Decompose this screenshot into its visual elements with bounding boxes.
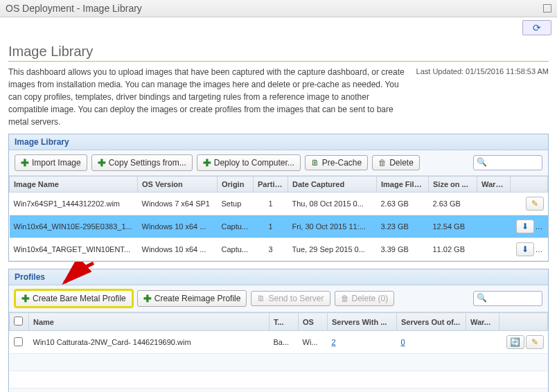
table-row: [10, 354, 548, 371]
col-profile-name[interactable]: Name: [29, 313, 269, 331]
page-title: Image Library: [8, 44, 549, 60]
col-image-name[interactable]: Image Name: [10, 177, 138, 193]
trash-icon: 🗑: [341, 294, 349, 303]
table-row: [10, 371, 548, 389]
col-servers-with[interactable]: Servers With ...: [328, 313, 397, 331]
pencil-icon: ✎: [531, 199, 538, 208]
refresh-button[interactable]: ⟳: [522, 20, 551, 35]
image-search: 🔍: [473, 155, 542, 170]
last-updated: Last Updated: 01/15/2016 11:58:53 AM: [416, 66, 549, 128]
table-row[interactable]: Win10x64_WIN10E-295E0383_1... Windows 10…: [10, 215, 548, 238]
col-size-on[interactable]: Size on ...: [429, 177, 477, 193]
col-checkbox[interactable]: [10, 313, 29, 331]
import-image-button[interactable]: ✚Import Image: [15, 154, 87, 171]
profiles-table-header: Name T... OS Servers With ... Servers Ou…: [10, 313, 548, 331]
profiles-header: Profiles: [9, 269, 548, 285]
table-row: [10, 389, 548, 393]
profile-search: 🔍: [473, 291, 542, 306]
servers-out-link[interactable]: 0: [401, 338, 405, 346]
download-icon: ⬇: [522, 244, 529, 254]
table-row[interactable]: Win7x64SP1_1444312202.wim Windows 7 x64 …: [10, 193, 548, 215]
row-checkbox[interactable]: [14, 337, 23, 346]
copy-settings-button[interactable]: ✚Copy Settings from...: [91, 154, 193, 171]
col-profile-os[interactable]: OS: [299, 313, 328, 331]
send-to-server-button: 🗎Send to Server: [251, 291, 330, 306]
document-icon: 🗎: [311, 158, 319, 168]
col-warnings[interactable]: Warni...: [477, 177, 511, 193]
edit-row-button[interactable]: ✎: [526, 197, 544, 211]
deploy-button[interactable]: ✚Deploy to Computer...: [197, 154, 301, 171]
col-os-version[interactable]: OS Version: [138, 177, 218, 193]
search-icon: 🔍: [477, 293, 487, 303]
cycle-icon: 🔄: [510, 337, 520, 347]
download-icon: ⬇: [522, 222, 529, 231]
plus-icon: ✚: [21, 157, 29, 168]
titlebar: OS Deployment - Image Library: [0, 0, 557, 17]
description-text: This dashboard allows you to upload imag…: [8, 66, 408, 128]
image-library-header: Image Library: [9, 134, 548, 150]
col-image-file[interactable]: Image File...: [377, 177, 429, 193]
delete-image-button[interactable]: 🗑Delete: [372, 155, 420, 170]
precache-button[interactable]: 🗎Pre-Cache: [305, 155, 368, 170]
servers-with-link[interactable]: 2: [332, 338, 336, 346]
profiles-panel: Profiles ✚Create Bare Metal Profile ✚Cre…: [8, 269, 549, 392]
profiles-toolbar: ✚Create Bare Metal Profile ✚Create Reima…: [9, 285, 548, 312]
document-icon: 🗎: [257, 294, 265, 303]
create-reimage-button[interactable]: ✚Create Reimage Profile: [137, 290, 247, 307]
download-row-button[interactable]: ⬇: [516, 242, 534, 256]
col-profile-war[interactable]: War...: [466, 313, 499, 331]
col-profile-t[interactable]: T...: [269, 313, 299, 331]
image-library-panel: Image Library ✚Import Image ✚Copy Settin…: [8, 134, 549, 262]
col-servers-out[interactable]: Servers Out of...: [397, 313, 466, 331]
create-bare-metal-button[interactable]: ✚Create Bare Metal Profile: [15, 289, 133, 308]
table-row[interactable]: Win10 Catturata-2NW_Card- 1446219690.wim…: [10, 331, 548, 354]
divider: [8, 61, 549, 62]
window-title: OS Deployment - Image Library: [6, 3, 142, 14]
download-row-button[interactable]: ⬇: [516, 220, 534, 233]
select-all-checkbox[interactable]: [14, 317, 23, 326]
delete-profile-button: 🗑Delete (0): [335, 291, 395, 306]
image-table-header: Image Name OS Version Origin Partit... D…: [10, 177, 548, 193]
col-origin[interactable]: Origin: [218, 177, 254, 193]
popout-icon[interactable]: [543, 4, 551, 12]
edit-row-button[interactable]: ✎: [526, 335, 544, 349]
plus-icon: ✚: [143, 293, 152, 304]
image-library-toolbar: ✚Import Image ✚Copy Settings from... ✚De…: [9, 150, 548, 176]
search-icon: 🔍: [477, 157, 487, 167]
col-date-captured[interactable]: Date Captured: [288, 177, 377, 193]
plus-icon: ✚: [98, 157, 106, 168]
plus-icon: ✚: [203, 157, 211, 168]
pencil-icon: ✎: [531, 337, 538, 347]
cycle-row-button[interactable]: 🔄: [506, 335, 524, 349]
profiles-table: Name T... OS Servers With ... Servers Ou…: [9, 312, 548, 392]
image-table: Image Name OS Version Origin Partit... D…: [9, 176, 548, 261]
col-partition[interactable]: Partit...: [254, 177, 288, 193]
trash-icon: 🗑: [378, 158, 387, 168]
table-row[interactable]: Win10x64_TARGET_WIN10ENT... Windows 10 x…: [10, 238, 548, 261]
plus-icon: ✚: [21, 293, 30, 304]
